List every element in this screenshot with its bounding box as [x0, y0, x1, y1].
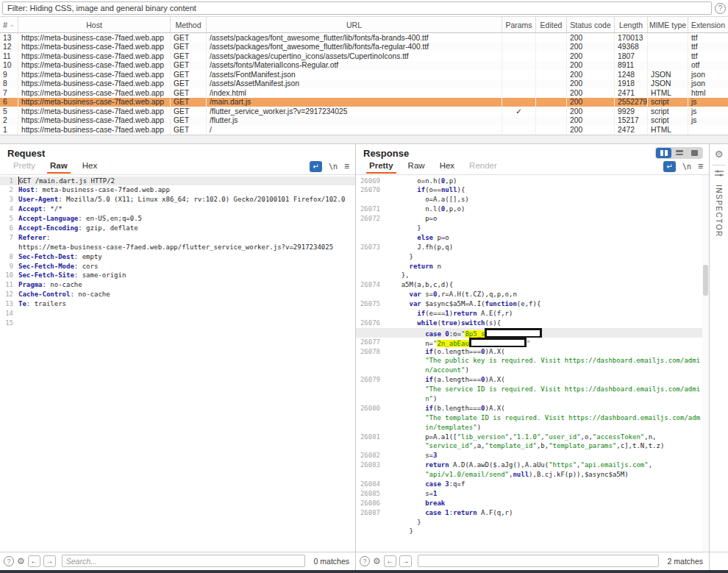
http-history-row[interactable]: 10https://meta-business-case-7faed.web.a… [0, 61, 728, 71]
http-history-row[interactable]: 13https://meta-business-case-7faed.web.a… [0, 33, 728, 43]
column-header-host[interactable]: Host [18, 17, 171, 32]
column-header--[interactable]: #⌄ [0, 17, 18, 32]
column-header-extension[interactable]: Extension [688, 17, 728, 32]
code-line[interactable]: } [356, 527, 709, 536]
tab-raw[interactable]: Raw [401, 159, 432, 174]
help-icon[interactable]: ? [4, 556, 14, 566]
tab-hex[interactable]: Hex [75, 159, 104, 174]
tab-pretty[interactable]: Pretty [6, 159, 43, 174]
code-line[interactable]: 1GET /main.dart.js HTTP/2 [0, 177, 355, 186]
code-line[interactable]: var s=0,r=A.H(t.CZ),q,p,o,n [356, 290, 709, 299]
inspector-label[interactable]: INSPECTOR [715, 185, 723, 238]
code-line[interactable]: 26079 if(a.length===0)A.X( [356, 375, 709, 385]
http-history-row[interactable]: 5https://meta-business-case-7faed.web.ap… [0, 107, 728, 116]
code-line[interactable]: "The public key is required. Visit https… [356, 356, 709, 366]
code-line[interactable]: 12Cache-Control: no-cache [0, 290, 355, 299]
history-filter[interactable]: Filter: Hiding CSS, image and general bi… [2, 1, 712, 15]
code-line[interactable]: }, [356, 271, 709, 280]
show-newlines-icon[interactable]: \n [329, 163, 338, 171]
search-settings-icon[interactable]: ⚙ [373, 556, 381, 566]
http-history-row[interactable]: 2https://meta-business-case-7faed.web.ap… [0, 116, 728, 126]
sliders-icon[interactable] [715, 170, 724, 177]
code-line[interactable]: 26081 p=A.a1(["lib_version","1.1.0","use… [356, 433, 709, 442]
code-line[interactable]: 26082 s=3 [356, 451, 709, 460]
code-line[interactable]: o=A.a([],s) [356, 195, 709, 204]
code-line[interactable]: 26086 break [356, 499, 709, 508]
code-line[interactable]: "The service ID is required. Visit https… [356, 385, 709, 394]
code-line[interactable]: 26072 p=o [356, 214, 709, 224]
http-history-row[interactable]: 11https://meta-business-case-7faed.web.a… [0, 51, 728, 61]
code-line[interactable]: 26084 case 3:q=f [356, 480, 709, 489]
response-editor[interactable]: 26069 o=n.h(0,p)26070 if(o==null){ o=A.a… [356, 175, 709, 552]
code-line[interactable]: 26076 while(true)switch(s){ [356, 318, 709, 328]
request-search-input[interactable] [62, 555, 305, 567]
code-line[interactable]: } [356, 224, 709, 233]
code-line[interactable]: "The template ID is required. Visit http… [356, 413, 709, 423]
column-header-method[interactable]: Method [171, 17, 207, 32]
code-line[interactable]: 4Accept: */* [0, 204, 355, 214]
response-scrollbar[interactable] [702, 175, 709, 552]
code-line[interactable]: else p=o [356, 233, 709, 243]
code-line[interactable]: "service_id",a,"template_id",b,"template… [356, 441, 709, 451]
editor-menu-icon[interactable]: ≡ [698, 161, 703, 171]
code-line[interactable]: 26071 n.l(0,p,o) [356, 204, 709, 214]
tab-render[interactable]: Render [462, 159, 504, 174]
tab-pretty[interactable]: Pretty [362, 159, 401, 174]
horizontal-splitter[interactable] [0, 135, 728, 144]
code-line[interactable]: 14 [0, 309, 355, 318]
tab-raw[interactable]: Raw [43, 159, 75, 174]
code-line[interactable]: if(e===1)return A.E(f,r) [356, 309, 709, 318]
http-history-row[interactable]: 8https://meta-business-case-7faed.web.ap… [0, 79, 728, 89]
http-history-row[interactable]: 7https://meta-business-case-7faed.web.ap… [0, 88, 728, 98]
prev-match-button[interactable]: ← [384, 555, 396, 567]
code-line[interactable]: 26083 return A.D(A.awD($.aJg(),A.aUu("ht… [356, 460, 709, 470]
editor-menu-icon[interactable]: ≡ [344, 161, 349, 171]
response-search-input[interactable] [418, 555, 659, 567]
tab-hex[interactable]: Hex [432, 159, 462, 174]
word-wrap-toggle-icon[interactable]: ↵ [310, 161, 322, 172]
code-line[interactable]: return n [356, 262, 709, 271]
code-line[interactable]: "api/v1.0/email/send",null),B.cj.kF(p)),… [356, 470, 709, 480]
code-line[interactable]: 26078 if(o.length===0)A.X( [356, 347, 709, 357]
code-line[interactable]: case 0:o="8p5_s [356, 328, 709, 338]
code-line[interactable]: 6Accept-Encoding: gzip, deflate [0, 224, 355, 233]
code-line[interactable]: n/account") [356, 366, 709, 375]
code-line[interactable]: 26070 if(o==null){ [356, 185, 709, 195]
code-line[interactable]: 13Te: trailers [0, 299, 355, 309]
code-line[interactable]: 15 [0, 318, 355, 328]
code-line[interactable]: 2Host: meta-business-case-7faed.web.app [0, 185, 355, 195]
show-newlines-icon[interactable]: \n [682, 163, 691, 171]
code-line[interactable]: 26074 a5M(a,b,c,d){ [356, 280, 709, 290]
code-line[interactable]: https://meta-business-case-7faed.web.app… [0, 243, 355, 252]
column-header-status-code[interactable]: Status code [567, 17, 615, 32]
code-line[interactable]: 26069 o=n.h(0,p) [356, 177, 709, 186]
http-history-row[interactable]: 1https://meta-business-case-7faed.web.ap… [0, 125, 728, 135]
column-header-url[interactable]: URL [207, 17, 502, 32]
http-history-row[interactable]: 6https://meta-business-case-7faed.web.ap… [0, 98, 728, 107]
code-line[interactable]: 9Sec-Fetch-Mode: cors [0, 262, 355, 271]
column-header-mime-type[interactable]: MIME type [648, 17, 688, 32]
code-line[interactable]: 26087 case 1:return A.F(q,r) [356, 508, 709, 518]
code-line[interactable]: } [356, 252, 709, 262]
help-icon[interactable]: ? [715, 3, 726, 14]
column-header-length[interactable]: Length [615, 17, 648, 32]
prev-match-button[interactable]: ← [28, 555, 40, 567]
gear-icon[interactable]: ⚙ [715, 149, 724, 160]
filter-bar[interactable]: Filter: Hiding CSS, image and general bi… [0, 0, 728, 16]
inspector-rail[interactable]: ⚙ INSPECTOR [710, 144, 728, 552]
request-editor[interactable]: 1GET /main.dart.js HTTP/22Host: meta-bus… [0, 175, 355, 552]
layout-single-button[interactable] [687, 148, 702, 158]
code-line[interactable]: 26073 J.fh(p,q) [356, 243, 709, 252]
http-history-row[interactable]: 9https://meta-business-case-7faed.web.ap… [0, 70, 728, 79]
word-wrap-toggle-icon[interactable]: ↵ [663, 161, 676, 172]
code-line[interactable]: } [356, 518, 709, 527]
search-settings-icon[interactable]: ⚙ [17, 556, 25, 566]
code-line[interactable]: 26077 n="2n_abEau" [356, 338, 709, 347]
help-icon[interactable]: ? [360, 556, 370, 566]
code-line[interactable]: 8Sec-Fetch-Dest: empty [0, 252, 355, 262]
code-line[interactable]: in/templates") [356, 423, 709, 433]
code-line[interactable]: 26075 var $async$a5M=A.I(function(e,f){ [356, 299, 709, 309]
column-header-params[interactable]: Params [502, 17, 536, 32]
http-history-row[interactable]: 12https://meta-business-case-7faed.web.a… [0, 43, 728, 52]
next-match-button[interactable]: → [399, 555, 412, 567]
